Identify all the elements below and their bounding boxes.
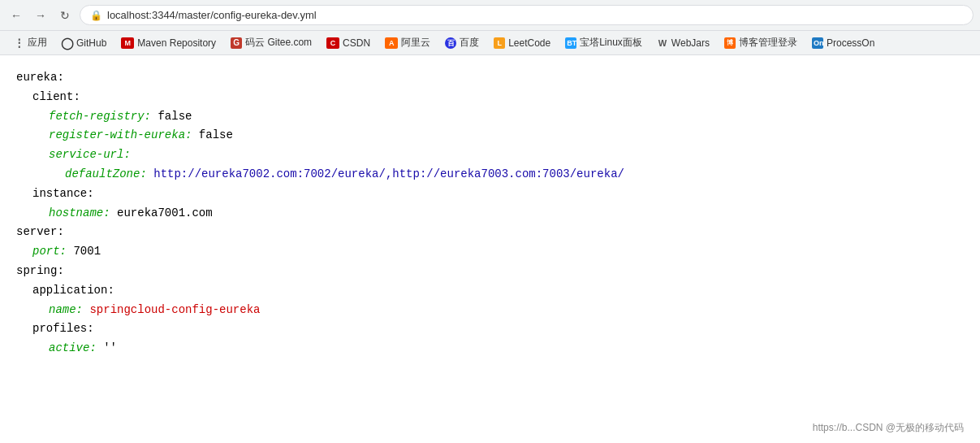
yaml-line-register: register-with-eureka: false bbox=[49, 126, 964, 145]
yaml-fetch-value: false bbox=[158, 110, 192, 123]
url-text: localhost:3344/master/config-eureka-dev.… bbox=[107, 9, 317, 21]
refresh-button[interactable]: ↻ bbox=[55, 6, 75, 25]
bookmark-leetcode[interactable]: L LeetCode bbox=[487, 36, 557, 50]
yaml-line-hostname: hostname: eureka7001.com bbox=[49, 204, 964, 224]
bookmark-maven-label: Maven Repository bbox=[137, 37, 216, 49]
bookmark-bt[interactable]: BT 宝塔Linux面板 bbox=[559, 34, 649, 51]
maven-icon: M bbox=[121, 37, 134, 49]
yaml-line-active: active: '' bbox=[49, 339, 964, 358]
yaml-serviceurl-key: service-url: bbox=[49, 148, 131, 161]
bookmark-github[interactable]: ◯ GitHub bbox=[55, 36, 113, 50]
bookmark-apps[interactable]: ⋮ 应用 bbox=[6, 34, 54, 51]
aliyun-icon: A bbox=[385, 37, 398, 49]
yaml-server-key: server: bbox=[16, 225, 64, 238]
yaml-hostname-key: hostname: bbox=[49, 206, 110, 219]
yaml-name-key: name: bbox=[49, 303, 83, 316]
bookmark-apps-label: 应用 bbox=[28, 36, 47, 50]
yaml-line-spring: spring: bbox=[16, 262, 964, 281]
back-button[interactable]: ← bbox=[6, 6, 26, 25]
apps-icon: ⋮ bbox=[13, 37, 24, 49]
yaml-port-key: port: bbox=[32, 245, 67, 258]
forward-button[interactable]: → bbox=[31, 6, 50, 25]
processon-icon: On bbox=[812, 37, 823, 49]
bookmark-webjars-label: WebJars bbox=[671, 37, 710, 49]
lock-icon: 🔒 bbox=[90, 10, 102, 21]
webjars-icon: W bbox=[657, 37, 668, 49]
bookmark-csdn-label: CSDN bbox=[343, 37, 370, 49]
yaml-line-eureka: eureka: bbox=[16, 68, 964, 88]
bookmark-github-label: GitHub bbox=[76, 37, 106, 49]
yaml-spring-key: spring: bbox=[16, 264, 64, 277]
bookmark-webjars[interactable]: W WebJars bbox=[650, 36, 716, 50]
yaml-port-value: 7001 bbox=[73, 245, 101, 258]
yaml-defaultzone-value: http://eureka7002.com:7002/eureka/,http:… bbox=[153, 167, 624, 180]
yaml-fetch-key: fetch-registry: bbox=[49, 110, 151, 123]
yaml-register-key: register-with-eureka: bbox=[49, 128, 192, 141]
yaml-profiles-key: profiles: bbox=[32, 322, 94, 335]
bt-icon: BT bbox=[565, 37, 576, 49]
yaml-line-defaultzone: defaultZone: http://eureka7002.com:7002/… bbox=[65, 165, 964, 185]
yaml-hostname-value: eureka7001.com bbox=[117, 206, 213, 219]
bookmark-maven[interactable]: M Maven Repository bbox=[114, 36, 222, 50]
yaml-eureka-key: eureka: bbox=[16, 71, 64, 84]
yaml-application-key: application: bbox=[32, 284, 114, 297]
gitee-icon: G bbox=[231, 37, 242, 49]
yaml-line-instance: instance: bbox=[32, 185, 964, 204]
bookmark-csdn[interactable]: C CSDN bbox=[320, 36, 377, 50]
leetcode-icon: L bbox=[494, 37, 505, 49]
yaml-line-name: name: springcloud-config-eureka bbox=[49, 301, 964, 320]
yaml-active-key: active: bbox=[49, 341, 97, 354]
yaml-line-application: application: bbox=[32, 281, 964, 301]
bookmark-processon[interactable]: On ProcessOn bbox=[805, 36, 881, 50]
bookmark-leetcode-label: LeetCode bbox=[508, 37, 550, 49]
github-icon: ◯ bbox=[62, 37, 73, 49]
bookmark-processon-label: ProcessOn bbox=[827, 37, 874, 49]
bookmark-bt-label: 宝塔Linux面板 bbox=[580, 36, 642, 50]
yaml-line-port: port: 7001 bbox=[32, 242, 964, 262]
csdn-icon: C bbox=[326, 37, 339, 49]
yaml-line-fetch: fetch-registry: false bbox=[49, 107, 964, 127]
page-content: eureka: client: fetch-registry: false re… bbox=[0, 55, 980, 371]
bookmark-blog-label: 博客管理登录 bbox=[739, 36, 797, 50]
bookmark-gitee-label: 码云 Gitee.com bbox=[245, 36, 312, 50]
bookmark-baidu[interactable]: 百 百度 bbox=[438, 34, 486, 51]
yaml-register-value: false bbox=[199, 128, 233, 141]
bookmarks-bar: ⋮ 应用 ◯ GitHub M Maven Repository G 码云 Gi… bbox=[0, 31, 980, 55]
bookmark-blog[interactable]: 博 博客管理登录 bbox=[718, 34, 804, 51]
yaml-name-value: springcloud-config-eureka bbox=[89, 303, 260, 316]
yaml-line-profiles: profiles: bbox=[32, 319, 964, 339]
blog-icon: 博 bbox=[724, 37, 736, 49]
browser-toolbar: ← → ↻ 🔒 localhost:3344/master/config-eur… bbox=[0, 0, 980, 31]
yaml-active-value: '' bbox=[103, 341, 117, 354]
baidu-icon: 百 bbox=[445, 37, 456, 49]
bookmark-aliyun[interactable]: A 阿里云 bbox=[378, 34, 437, 51]
yaml-instance-key: instance: bbox=[32, 187, 94, 200]
bookmark-gitee[interactable]: G 码云 Gitee.com bbox=[224, 34, 318, 51]
bookmark-baidu-label: 百度 bbox=[460, 36, 479, 50]
yaml-line-serviceurl: service-url: bbox=[49, 145, 964, 165]
yaml-line-client: client: bbox=[32, 88, 964, 107]
yaml-client-key: client: bbox=[32, 90, 80, 103]
address-bar[interactable]: 🔒 localhost:3344/master/config-eureka-de… bbox=[80, 5, 974, 25]
bookmark-aliyun-label: 阿里云 bbox=[401, 36, 430, 50]
yaml-line-server: server: bbox=[16, 223, 964, 242]
yaml-defaultzone-key: defaultZone: bbox=[65, 167, 147, 180]
